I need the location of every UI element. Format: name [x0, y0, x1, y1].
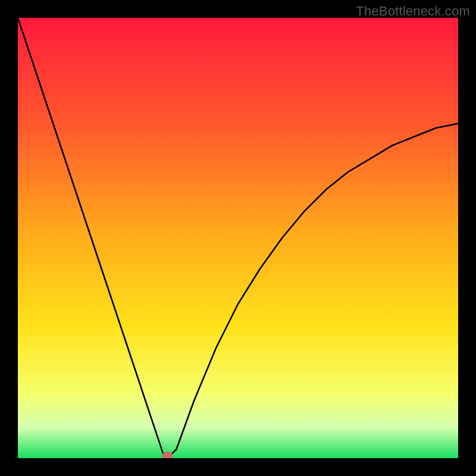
gradient-background	[18, 18, 458, 458]
chart-svg	[18, 18, 458, 458]
watermark-text: TheBottleneck.com	[356, 4, 470, 19]
plot-area	[18, 18, 458, 458]
chart-frame: TheBottleneck.com	[0, 0, 476, 476]
